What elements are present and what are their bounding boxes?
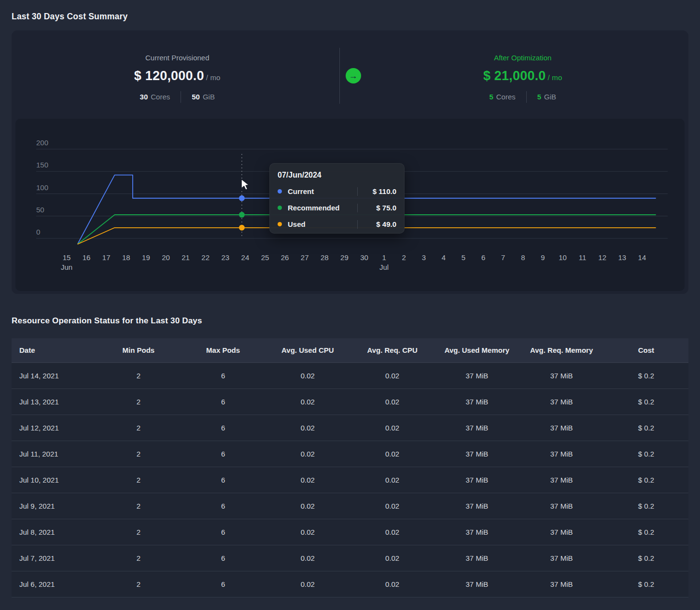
tooltip-date: 07/Jun/2024 (278, 171, 396, 180)
tooltip-series-label: Recommended (288, 204, 357, 212)
x-axis-label: 2 (402, 253, 406, 262)
x-axis-label: 25 (261, 253, 269, 262)
cell-min-pods: 2 (96, 441, 181, 467)
x-axis-label: 26 (281, 253, 289, 262)
cell-date: Jul 9, 2021 (12, 493, 96, 519)
y-axis-label: 150 (36, 161, 48, 169)
table-row: Jul 13, 2021260.020.0237 MiB37 MiB$ 0.2 (12, 388, 688, 415)
cell-avg-used-memory: 37 MiB (434, 388, 519, 415)
cell-avg-req-cpu: 0.02 (350, 571, 434, 597)
cell-max-pods: 6 (181, 571, 266, 597)
cell-avg-used-memory: 37 MiB (434, 571, 519, 597)
cell-avg-used-cpu: 0.02 (266, 441, 350, 467)
column-header-avg-used-cpu: Avg. Used CPU (266, 338, 350, 362)
cell-avg-req-memory: 37 MiB (519, 545, 604, 571)
table-header-row: DateMin PodsMax PodsAvg. Used CPUAvg. Re… (12, 338, 688, 362)
cell-max-pods: 6 (181, 388, 266, 415)
tooltip-divider (357, 187, 358, 196)
optimize-arrow-button[interactable]: → (346, 68, 361, 83)
x-axis-label: 28 (321, 253, 329, 262)
table-row: Jul 14, 2021260.020.0237 MiB37 MiB$ 0.2 (12, 362, 688, 388)
tooltip-series-label: Current (288, 187, 357, 195)
hover-dot-current (239, 195, 245, 201)
cell-avg-used-cpu: 0.02 (266, 493, 350, 519)
x-axis-label: 22 (201, 253, 210, 262)
cell-avg-used-cpu: 0.02 (266, 362, 350, 388)
cell-date: Jul 6, 2021 (12, 571, 96, 597)
cell-avg-used-cpu: 0.02 (266, 415, 350, 441)
resources-divider (181, 91, 181, 103)
cell-cost: $ 0.2 (604, 571, 688, 597)
x-axis-label: 3 (422, 253, 426, 262)
x-axis-month-label: Jun (61, 263, 72, 271)
x-axis-label: 15 (63, 253, 71, 262)
current-memory-unit: GiB (203, 93, 215, 101)
cell-avg-req-memory: 37 MiB (519, 571, 604, 597)
column-header-avg-req-cpu: Avg. Req. CPU (350, 338, 434, 362)
column-header-avg-req-memory: Avg. Req. Memory (519, 338, 604, 362)
x-axis-label: 19 (142, 253, 150, 262)
optimized-amount-period: / mo (548, 73, 562, 82)
current-amount-period: / mo (206, 73, 221, 82)
x-axis-label: 13 (618, 253, 626, 262)
cell-avg-used-cpu: 0.02 (266, 519, 350, 545)
after-optimization-block: After Optimization $ 21,000.0/ mo 5Cores… (361, 49, 685, 103)
cell-avg-req-cpu: 0.02 (350, 441, 434, 467)
mouse-cursor-icon (239, 178, 252, 191)
cell-cost: $ 0.2 (604, 467, 688, 493)
x-axis-label: 20 (162, 253, 170, 262)
cell-date: Jul 12, 2021 (12, 415, 96, 441)
cell-min-pods: 2 (96, 388, 181, 415)
x-axis-label: 9 (541, 253, 545, 262)
column-header-max-pods: Max Pods (181, 338, 266, 362)
series-dot-icon (278, 189, 282, 194)
table-row: Jul 10, 2021260.020.0237 MiB37 MiB$ 0.2 (12, 467, 688, 493)
tooltip-series-label: Used (288, 220, 357, 228)
x-axis-label: 17 (102, 253, 111, 262)
optimized-cores-unit: Cores (496, 93, 516, 101)
current-provisioned-block: Current Provisioned $ 120,000.0/ mo 30Co… (15, 49, 339, 103)
cell-date: Jul 14, 2021 (12, 362, 96, 388)
table-row: Jul 8, 2021260.020.0237 MiB37 MiB$ 0.2 (12, 519, 688, 545)
optimized-memory-unit: GiB (544, 93, 556, 101)
table-row: Jul 11, 2021260.020.0237 MiB37 MiB$ 0.2 (12, 441, 688, 467)
tooltip-divider (357, 204, 358, 212)
cell-max-pods: 6 (181, 415, 266, 441)
series-dot-icon (278, 222, 282, 226)
optimized-amount-value: $ 21,000.0 (483, 69, 546, 83)
page-title: Last 30 Days Cost Summary (12, 0, 688, 22)
cell-avg-used-memory: 37 MiB (434, 493, 519, 519)
hover-dot-recommended (239, 212, 245, 218)
x-axis-label: 6 (481, 253, 485, 262)
cost-summary-card: Current Provisioned $ 120,000.0/ mo 30Co… (12, 30, 688, 294)
tooltip-row: Used$ 49.0 (278, 219, 396, 230)
cell-avg-used-cpu: 0.02 (266, 571, 350, 597)
column-header-avg-used-memory: Avg. Used Memory (434, 338, 519, 362)
x-axis-label: 29 (340, 253, 349, 262)
cell-date: Jul 8, 2021 (12, 519, 96, 545)
cell-cost: $ 0.2 (604, 519, 688, 545)
x-axis-label: 7 (501, 253, 505, 262)
x-axis-label: 30 (360, 253, 368, 262)
cell-max-pods: 6 (181, 519, 266, 545)
cell-avg-used-memory: 37 MiB (434, 519, 519, 545)
arrow-right-icon: → (349, 71, 358, 80)
table-row: Jul 6, 2021260.020.0237 MiB37 MiB$ 0.2 (12, 571, 688, 597)
current-amount-value: $ 120,000.0 (134, 69, 204, 83)
tooltip-series-value: $ 75.0 (362, 204, 396, 212)
x-axis-label: 18 (122, 253, 130, 262)
cell-avg-used-memory: 37 MiB (434, 545, 519, 571)
cell-avg-used-memory: 37 MiB (434, 362, 519, 388)
cell-avg-req-cpu: 0.02 (350, 362, 434, 388)
cell-avg-req-memory: 37 MiB (519, 441, 604, 467)
cell-date: Jul 7, 2021 (12, 545, 96, 571)
column-header-date: Date (12, 338, 96, 362)
cell-avg-req-memory: 37 MiB (519, 519, 604, 545)
cost-chart-container[interactable]: 0501001502001516171819202122232425262728… (15, 119, 685, 291)
x-axis-label: 23 (221, 253, 229, 262)
tooltip-series-value: $ 110.0 (362, 187, 396, 195)
current-provisioned-resources: 30Cores 50GiB (15, 91, 339, 103)
x-axis-label: 10 (559, 253, 567, 262)
cell-cost: $ 0.2 (604, 441, 688, 467)
hover-dot-used (239, 225, 245, 231)
